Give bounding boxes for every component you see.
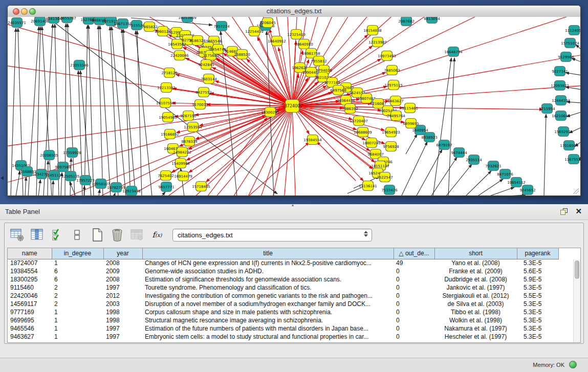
graph-node[interactable]: 16640912: [268, 36, 286, 46]
column-header-year[interactable]: year: [103, 248, 142, 259]
graph-node[interactable]: 6879197: [436, 140, 452, 150]
graph-node[interactable]: 9756928: [383, 142, 399, 151]
graph-node[interactable]: 11124057: [565, 26, 580, 35]
graph-node[interactable]: 7485063: [384, 65, 400, 75]
svg-text:9474444: 9474444: [451, 151, 467, 155]
graph-node[interactable]: 18807249: [362, 138, 381, 148]
graph-node[interactable]: 2087682: [398, 17, 414, 26]
column-header-in_degree[interactable]: in_degree: [52, 248, 103, 259]
graph-node[interactable]: 24035571: [8, 18, 26, 28]
graph-node[interactable]: 15718485: [192, 182, 210, 191]
graph-node[interactable]: 11675533: [564, 155, 580, 164]
table-row[interactable]: 1938455462009Genome-wide association stu…: [8, 267, 558, 275]
graph-node[interactable]: 8427552: [195, 87, 211, 97]
column-header-pagerank[interactable]: pagerank: [517, 248, 558, 259]
table-row[interactable]: 946362711997Embryonic stem cells: a mode…: [8, 333, 558, 341]
graph-node[interactable]: 7533426: [381, 185, 398, 195]
table-scrollbar-thumb[interactable]: [575, 260, 579, 279]
column-header-short[interactable]: short: [434, 248, 517, 259]
graph-node[interactable]: 19384554: [303, 135, 322, 145]
table-row[interactable]: 977716911998Corpus callosum shape and si…: [8, 308, 558, 316]
graph-node[interactable]: 8813054: [424, 17, 440, 24]
graph-node[interactable]: 19654923: [382, 127, 400, 137]
table-settings-icon[interactable]: [10, 228, 25, 242]
close-panel-icon[interactable]: ✕: [575, 207, 582, 216]
node-table-grid[interactable]: namein_degreeyeartitle△ out_de...shortpa…: [8, 248, 559, 341]
graph-node[interactable]: 12975115: [384, 80, 403, 90]
graph-node[interactable]: 14136141: [359, 181, 377, 191]
graph-node[interactable]: 7603144: [201, 74, 217, 84]
column-header-out_de[interactable]: △ out_de...: [394, 248, 434, 259]
graph-node[interactable]: 12213987: [368, 37, 387, 47]
row-height-icon[interactable]: [70, 228, 84, 242]
function-builder-icon[interactable]: f(x): [150, 228, 164, 242]
table-panel-titlebar[interactable]: ▴ Table Panel ✕: [0, 204, 588, 220]
graph-node[interactable]: 9115460: [402, 103, 418, 113]
graph-node[interactable]: 7857224: [213, 21, 230, 31]
table-row[interactable]: 1872400712008Changes of HCN gene express…: [8, 259, 558, 267]
table-row[interactable]: 1830029562008Estimation of significance …: [8, 275, 558, 283]
graph-node[interactable]: 8215954: [539, 104, 555, 114]
delete-table-icon[interactable]: [110, 228, 124, 242]
table-row[interactable]: 946554611997Estimation of the future num…: [8, 324, 558, 333]
graph-node[interactable]: 16914479: [174, 171, 192, 181]
column-header-title[interactable]: title: [142, 248, 394, 259]
graph-node[interactable]: 15751074: [561, 38, 579, 48]
table-row[interactable]: 969969511998Structural magnetic resonanc…: [8, 316, 558, 324]
graph-node[interactable]: 16210643: [552, 111, 570, 121]
graph-node[interactable]: 18640910: [295, 39, 313, 49]
table-row[interactable]: 1456911722003Disruption of a novel membe…: [8, 300, 558, 308]
new-table-icon[interactable]: [90, 228, 104, 242]
graph-node[interactable]: 18107552: [156, 98, 175, 108]
graph-node[interactable]: 17016504: [560, 141, 578, 150]
window-resize-grip-icon[interactable]: [571, 186, 579, 194]
table-scrollbar[interactable]: [573, 259, 580, 342]
graph-node[interactable]: 12325419: [287, 30, 306, 39]
graph-node[interactable]: 9474444: [451, 148, 467, 158]
graph-node[interactable]: 15692971: [554, 127, 573, 137]
graph-node[interactable]: 9245652: [519, 185, 535, 195]
graph-node[interactable]: 8471076: [497, 169, 513, 179]
svg-text:18154838: 18154838: [363, 29, 382, 33]
graph-node[interactable]: 21053346: [70, 60, 89, 70]
select-column-icon[interactable]: [30, 228, 45, 242]
graph-node[interactable]: 17359928: [63, 148, 81, 158]
svg-text:12923478: 12923478: [122, 189, 141, 193]
graph-node[interactable]: 2935114: [466, 155, 482, 165]
graph-node[interactable]: 16053809: [178, 17, 197, 23]
graph-node[interactable]: 9170033: [192, 100, 208, 110]
table-row[interactable]: 911546021997Tourette syndrome. Phenomeno…: [8, 283, 558, 292]
table-row[interactable]: 2242004622012Investigating the contribut…: [8, 292, 558, 300]
svg-text:7603144: 7603144: [201, 77, 217, 81]
network-window[interactable]: citations_edges.txt 18724007183002951938…: [7, 5, 581, 196]
select-all-icon[interactable]: [50, 228, 64, 242]
memory-status-indicator[interactable]: [569, 361, 577, 368]
graph-node[interactable]: 10655287: [58, 17, 76, 23]
graph-node[interactable]: 7032621: [485, 161, 501, 171]
graph-node[interactable]: 9129966: [558, 52, 574, 62]
citation-network-graph[interactable]: 1872400718300295193845542403557120691406…: [8, 17, 580, 195]
graph-node[interactable]: 9267190: [180, 111, 196, 121]
column-header-name[interactable]: name: [8, 248, 52, 259]
svg-text:12505135: 12505135: [61, 174, 80, 179]
graph-node[interactable]: 10688609: [354, 127, 372, 137]
panel-splitter-handle[interactable]: ▴: [292, 203, 293, 207]
graph-node[interactable]: 15720407: [350, 116, 368, 126]
graph-node[interactable]: 9457771: [158, 182, 174, 192]
float-panel-icon[interactable]: [560, 208, 568, 215]
network-canvas[interactable]: 1872400718300295193845542403557120691406…: [8, 17, 580, 195]
graph-node[interactable]: 12093822: [551, 81, 569, 91]
graph-node[interactable]: 12213383: [157, 83, 176, 93]
graph-node[interactable]: 19054985: [159, 113, 177, 122]
graph-node[interactable]: 12444194: [552, 96, 570, 105]
control-panel-collapse-arrow-icon[interactable]: [1, 176, 4, 180]
table-panel-title: Table Panel: [5, 208, 40, 215]
graph-node[interactable]: 19166852: [161, 129, 179, 139]
network-window-titlebar[interactable]: citations_edges.txt: [8, 6, 580, 17]
graph-node[interactable]: 18154838: [363, 26, 382, 35]
graph-node[interactable]: 16648794: [444, 47, 463, 57]
table-selector-dropdown[interactable]: citations_edges.txt: [172, 229, 372, 242]
graph-node[interactable]: 9227341: [552, 67, 568, 76]
graph-node[interactable]: 9463627: [387, 96, 403, 106]
graph-node[interactable]: 20206505: [40, 150, 58, 160]
